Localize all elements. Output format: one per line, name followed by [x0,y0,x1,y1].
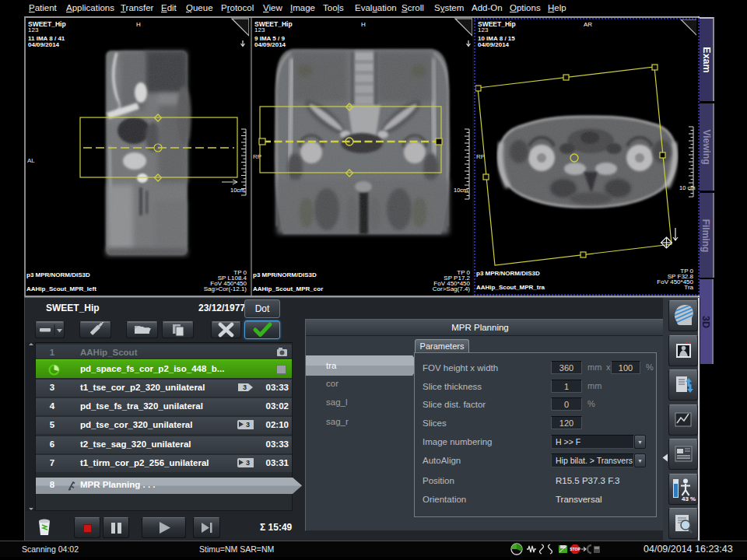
svg-text:p3 MPR/NORM/DIS3D: p3 MPR/NORM/DIS3D [253,271,317,278]
svg-text:tra: tra [326,361,337,370]
svg-text:p3 MPR/NORM/DIS3D: p3 MPR/NORM/DIS3D [476,270,540,277]
svg-text:123: 123 [478,26,489,33]
svg-text:3: 3 [246,459,250,467]
svg-text:p3 MPR/NORM/DIS3D: p3 MPR/NORM/DIS3D [26,271,90,278]
svg-text:10cm: 10cm [454,187,468,194]
svg-text:123: 123 [254,26,265,33]
svg-text:10 cm: 10 cm [679,184,695,191]
svg-text:Tra: Tra [684,284,693,291]
svg-text:AAHip_Scout_MPR_left: AAHip_Scout_MPR_left [26,285,96,292]
svg-text:STOP: STOP [570,547,580,551]
svg-text:Sag>Cor(-12.1): Sag>Cor(-12.1) [204,285,247,292]
svg-text:3: 3 [246,421,250,429]
svg-text:04/09/2014: 04/09/2014 [478,41,510,48]
svg-text:H: H [136,21,141,28]
svg-text:AAHip_Scout_MPR_tra: AAHip_Scout_MPR_tra [476,284,545,291]
svg-text:AL: AL [27,157,35,164]
svg-text:3: 3 [243,383,247,391]
svg-text:10cm: 10cm [230,187,244,194]
svg-text:Cor>Sag(7.4): Cor>Sag(7.4) [433,285,471,292]
svg-text:04/09/2014: 04/09/2014 [28,41,60,48]
svg-text:AAHip_Scout_MPR_cor: AAHip_Scout_MPR_cor [253,285,323,292]
svg-text:RP: RP [476,153,485,160]
svg-text:H: H [361,21,366,28]
svg-text:AR: AR [584,21,592,28]
svg-text:123: 123 [28,26,39,33]
svg-text:43 %: 43 % [682,495,696,502]
svg-text:RP: RP [253,153,261,160]
svg-text:04/09/2014: 04/09/2014 [254,41,286,48]
